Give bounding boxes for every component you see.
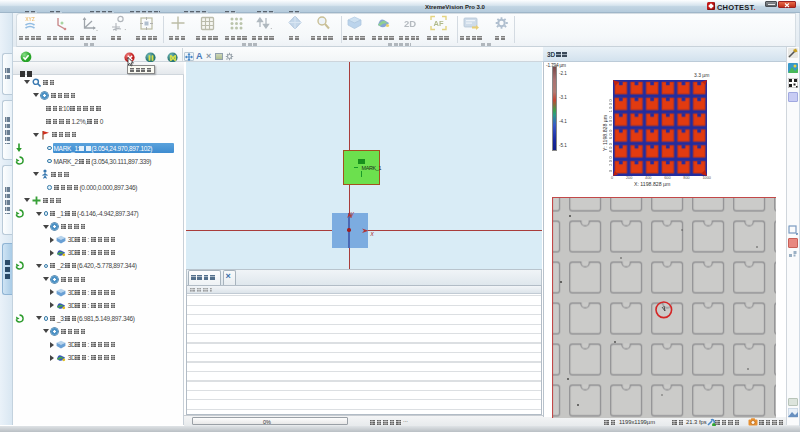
- svg-text:2D: 2D: [404, 18, 416, 29]
- svg-text:AF: AF: [434, 19, 444, 28]
- svg-text:XYZ: XYZ: [25, 16, 35, 22]
